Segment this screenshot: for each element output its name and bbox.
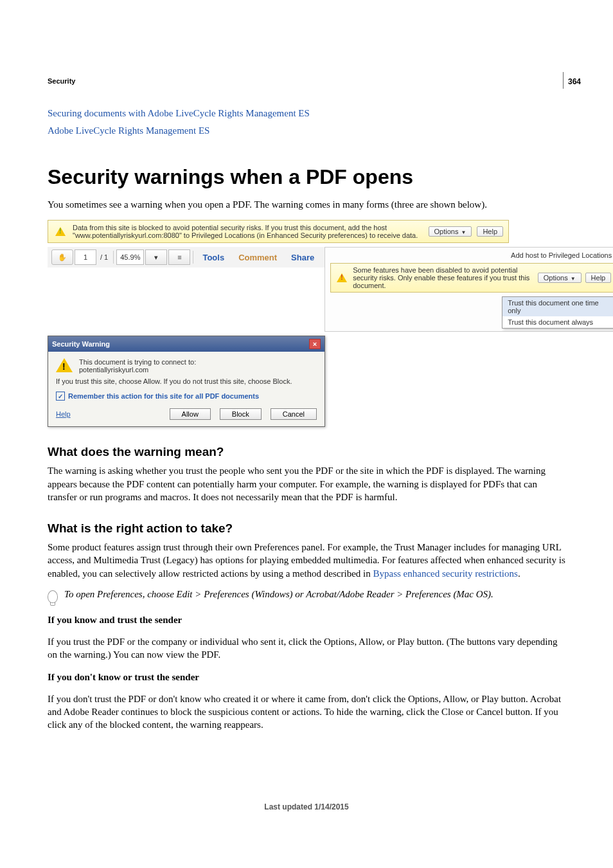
dialog-title: Security Warning <box>52 340 110 348</box>
tools-link[interactable]: Tools <box>196 253 231 262</box>
page-title: Security warnings when a PDF opens <box>48 165 565 189</box>
paragraph-what-mean: The warning is asking whether you trust … <box>48 464 565 503</box>
trust-once-item[interactable]: Trust this document one time only <box>502 297 613 316</box>
cancel-button[interactable]: Cancel <box>271 408 317 420</box>
warning-text: Data from this site is blocked to avoid … <box>73 224 423 239</box>
heading-what-mean: What does the warning mean? <box>48 445 565 459</box>
options-button[interactable]: Options▼ <box>538 273 582 283</box>
viewer-toolbar: ✋ 1 / 1 45.9% ▾ ≡ Tools Comment Share <box>48 247 324 267</box>
heading-dont-trust: If you don't know or trust the sender <box>48 671 565 683</box>
block-button[interactable]: Block <box>220 408 262 420</box>
allow-button[interactable]: Allow <box>170 408 211 420</box>
trust-always-item[interactable]: Trust this document always <box>502 316 613 328</box>
toolbar-mockup: ✋ 1 / 1 45.9% ▾ ≡ Tools Comment Share Ad… <box>48 247 497 332</box>
running-head: Security <box>48 77 565 85</box>
help-button[interactable]: Help <box>585 273 612 283</box>
warning-icon <box>56 358 73 372</box>
link-livecycle-securing[interactable]: Securing documents with Adobe LiveCycle … <box>48 108 565 119</box>
checkbox-icon: ✓ <box>56 392 65 401</box>
zoom-value[interactable]: 45.9% <box>116 249 144 265</box>
warning-bar-features-disabled: Some features have been disabled to avoi… <box>330 263 613 293</box>
remember-checkbox[interactable]: ✓ Remember this action for this site for… <box>56 392 259 401</box>
tip-text: To open Preferences, choose Edit > Prefe… <box>64 589 493 600</box>
paragraph-dont-trust: If you don't trust the PDF or don't know… <box>48 692 565 732</box>
add-host-link[interactable]: Add host to Privileged Locations <box>330 250 613 260</box>
toolbar-misc-icon[interactable]: ≡ <box>168 249 190 265</box>
warning-icon <box>55 227 66 236</box>
comment-link[interactable]: Comment <box>232 253 283 262</box>
warning-text: Some features have been disabled to avoi… <box>353 266 534 289</box>
link-bypass-restrictions[interactable]: Bypass enhanced security restrictions <box>373 568 518 579</box>
dialog-host: potentiallyriskyurl.com <box>79 366 196 374</box>
paragraph-trust-sender: If you trust the PDF or the company or i… <box>48 635 565 662</box>
warning-bar-blocked-data: Data from this site is blocked to avoid … <box>48 220 509 243</box>
options-menu: Trust this document one time only Trust … <box>502 296 613 329</box>
page-current[interactable]: 1 <box>75 249 96 265</box>
security-warning-dialog: Security Warning × This document is tryi… <box>48 336 325 427</box>
options-button[interactable]: Options▼ <box>429 226 472 237</box>
heading-right-action: What is the right action to take? <box>48 521 565 536</box>
zoom-dropdown-icon[interactable]: ▾ <box>145 249 167 265</box>
hand-tool-icon[interactable]: ✋ <box>51 249 73 265</box>
help-button[interactable]: Help <box>477 226 503 237</box>
dialog-message-line2: If you trust this site, choose Allow. If… <box>56 377 317 385</box>
paragraph-right-action: Some product features assign trust throu… <box>48 541 565 580</box>
dialog-message-line1: This document is trying to connect to: <box>79 358 196 366</box>
intro-paragraph: You sometimes see a warning when you ope… <box>48 198 565 211</box>
tip-icon <box>48 590 58 603</box>
link-livecycle-rm[interactable]: Adobe LiveCycle Rights Management ES <box>48 125 565 136</box>
footer-updated: Last updated 1/14/2015 <box>48 802 565 811</box>
close-icon[interactable]: × <box>309 339 321 349</box>
heading-trust-sender: If you know and trust the sender <box>48 613 565 626</box>
share-link[interactable]: Share <box>285 253 321 262</box>
page-total: / 1 <box>98 253 111 261</box>
dialog-help-link[interactable]: Help <box>56 410 71 418</box>
warning-examples: Data from this site is blocked to avoid … <box>48 220 565 427</box>
page-number: 364 <box>568 77 581 86</box>
warning-icon <box>337 273 347 282</box>
